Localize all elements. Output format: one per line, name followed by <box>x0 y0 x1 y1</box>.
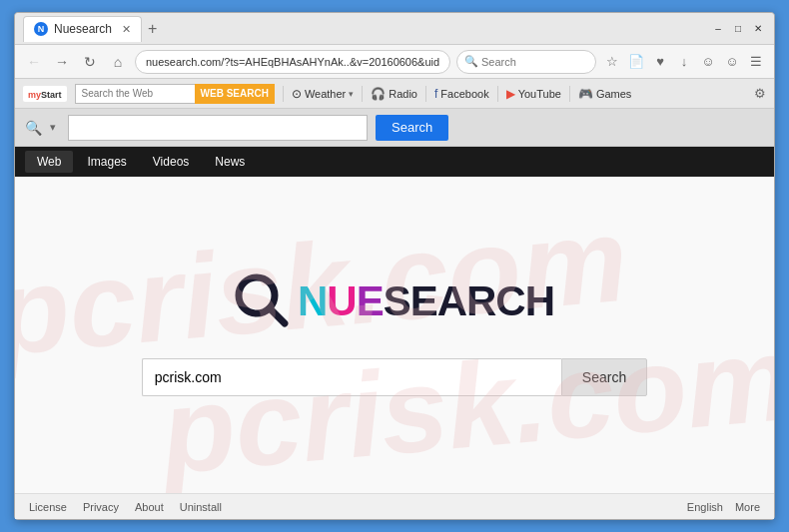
main-search-button[interactable]: Search <box>376 115 448 141</box>
logo-letter-e: E <box>357 277 384 324</box>
search-row-icon: 🔍 <box>25 120 42 136</box>
address-icons: ☆ 📄 ♥ ↓ ☺ ☺ ☰ <box>602 54 766 69</box>
browser-window: N Nuesearch ✕ + – □ ✕ ← → ↻ ⌂ 🔍 ☆ 📄 ♥ ↓ … <box>14 12 775 520</box>
smiley-icon[interactable]: ☺ <box>722 54 742 69</box>
url-input[interactable] <box>135 50 450 74</box>
youtube-icon: ▶ <box>506 87 515 101</box>
search-row-dropdown-icon: ▾ <box>50 121 56 134</box>
radio-icon: 🎧 <box>371 87 386 101</box>
search-bar-row: 🔍 ▾ Search <box>15 109 774 147</box>
logo-area: NUESEARCH <box>235 273 554 328</box>
center-search: Search <box>142 358 647 396</box>
toolbar-divider2 <box>362 86 363 102</box>
toolbar-facebook[interactable]: f Facebook <box>434 87 489 101</box>
web-search-button[interactable]: WEB SEARCH <box>195 84 275 104</box>
settings-icon[interactable]: ⚙ <box>754 86 766 101</box>
refresh-button[interactable]: ↻ <box>79 51 101 73</box>
page-tabs: Web Images Videos News <box>15 147 774 177</box>
toolbar-weather[interactable]: ⊙ Weather ▾ <box>292 87 354 101</box>
footer-right: English More <box>687 501 760 513</box>
tab-favicon: N <box>34 22 48 36</box>
address-bar: ← → ↻ ⌂ 🔍 ☆ 📄 ♥ ↓ ☺ ☺ ☰ <box>15 45 774 79</box>
tab-videos[interactable]: Videos <box>141 151 201 173</box>
tab-title: Nuesearch <box>54 22 112 36</box>
toolbar-radio[interactable]: 🎧 Radio <box>371 87 417 101</box>
footer-uninstall[interactable]: Uninstall <box>180 501 222 513</box>
mystart-toolbar: myStart WEB SEARCH ⊙ Weather ▾ 🎧 Radio f… <box>15 79 774 109</box>
games-icon: 🎮 <box>578 87 593 101</box>
toolbar-divider5 <box>569 86 570 102</box>
bookmark-icon[interactable]: ☆ <box>602 54 622 69</box>
radio-label: Radio <box>389 88 417 100</box>
tab-images[interactable]: Images <box>75 151 138 173</box>
center-search-button[interactable]: Search <box>561 358 647 396</box>
shield-icon[interactable]: ♥ <box>650 54 670 69</box>
footer-more[interactable]: More <box>735 501 760 513</box>
youtube-label: YouTube <box>518 88 561 100</box>
tab-close-button[interactable]: ✕ <box>122 23 131 36</box>
main-content: pcrisk.com pcrisk.com NUESEARCH Search <box>15 177 774 493</box>
weather-icon: ⊙ <box>292 87 302 101</box>
toolbar-search: WEB SEARCH <box>75 84 275 104</box>
profile-icon[interactable]: ☺ <box>698 54 718 69</box>
weather-dropdown-icon: ▾ <box>349 89 354 99</box>
logo-search-text: SEARCH <box>384 277 554 324</box>
facebook-label: Facebook <box>440 88 488 100</box>
toolbar-divider <box>283 86 284 102</box>
mystart-logo: myStart <box>23 86 67 102</box>
download-icon[interactable]: ↓ <box>674 54 694 69</box>
tab-web[interactable]: Web <box>25 151 73 173</box>
footer-privacy[interactable]: Privacy <box>83 501 119 513</box>
search-bar-icon: 🔍 <box>464 55 478 68</box>
toolbar-youtube[interactable]: ▶ YouTube <box>506 87 561 101</box>
toolbar-games[interactable]: 🎮 Games <box>578 87 631 101</box>
maximize-button[interactable]: □ <box>730 21 746 37</box>
svg-line-1 <box>270 308 285 323</box>
toolbar-search-input[interactable] <box>75 84 195 104</box>
reader-icon[interactable]: 📄 <box>626 54 646 69</box>
weather-label: Weather <box>305 88 346 100</box>
footer: License Privacy About Uninstall English … <box>15 493 774 519</box>
games-label: Games <box>596 88 631 100</box>
close-window-button[interactable]: ✕ <box>750 21 766 37</box>
footer-about[interactable]: About <box>135 501 164 513</box>
tab-news[interactable]: News <box>203 151 257 173</box>
new-tab-button[interactable]: + <box>148 20 157 38</box>
center-search-input[interactable] <box>142 358 561 396</box>
toolbar-divider4 <box>497 86 498 102</box>
watermark-bottom: pcrisk.com <box>157 308 774 493</box>
logo-letter-n: N <box>298 277 327 324</box>
window-controls: – □ ✕ <box>710 21 766 37</box>
logo-text: NUESEARCH <box>298 277 554 325</box>
title-bar: N Nuesearch ✕ + – □ ✕ <box>15 13 774 45</box>
toolbar-divider3 <box>425 86 426 102</box>
back-button[interactable]: ← <box>23 51 45 73</box>
mystart-label: myStart <box>28 88 62 100</box>
logo-letter-u: U <box>327 277 356 324</box>
forward-button[interactable]: → <box>51 51 73 73</box>
footer-license[interactable]: License <box>29 501 67 513</box>
menu-icon[interactable]: ☰ <box>746 54 766 69</box>
footer-language[interactable]: English <box>687 501 723 513</box>
browser-search-wrapper: 🔍 <box>456 50 596 74</box>
main-search-input[interactable] <box>68 115 368 141</box>
facebook-icon: f <box>434 87 437 101</box>
minimize-button[interactable]: – <box>710 21 726 37</box>
home-button[interactable]: ⌂ <box>107 51 129 73</box>
logo-icon <box>235 273 290 328</box>
browser-tab[interactable]: N Nuesearch ✕ <box>23 16 142 42</box>
